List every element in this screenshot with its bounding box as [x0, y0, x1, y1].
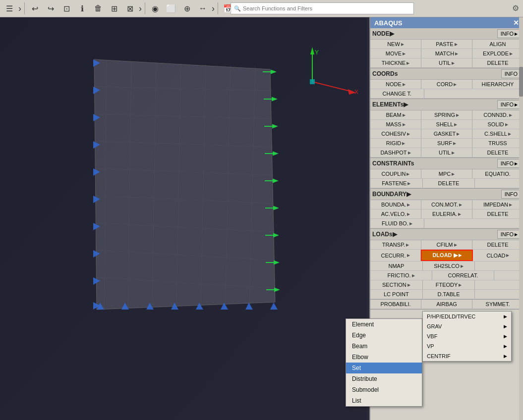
conn3d-button[interactable]: CONN3D. — [472, 110, 523, 119]
viewport[interactable]: Y X — [0, 17, 369, 420]
elements-row-2: MASS SHELL SOLID — [370, 120, 523, 129]
submenu-vp[interactable]: VP ▶ — [423, 341, 511, 351]
match-button[interactable]: MATCH — [421, 49, 472, 58]
geometry-canvas: Y X — [0, 17, 369, 420]
bounda-button[interactable]: BOUNDA. — [370, 200, 421, 209]
beam-button[interactable]: BEAM — [370, 110, 421, 119]
probabili-button[interactable]: PROBABILI. — [370, 300, 421, 309]
context-beam[interactable]: Beam — [346, 341, 422, 352]
new-button[interactable]: NEW — [370, 40, 421, 49]
context-element[interactable]: Element — [346, 319, 422, 330]
couplin-button[interactable]: COUPLIN — [370, 169, 421, 178]
context-distribute[interactable]: Distribute — [346, 373, 422, 384]
node-info-button[interactable]: INFO — [497, 29, 521, 38]
delete-bound-button[interactable]: DELETE — [472, 210, 523, 218]
delete-elem-button[interactable]: DELETE — [472, 148, 523, 157]
correlat-button[interactable]: CORRELAT. — [432, 271, 494, 280]
submenu-vbf[interactable]: VBF ▶ — [423, 331, 511, 341]
undo-icon[interactable]: ↩ — [28, 1, 42, 15]
util-elem-button[interactable]: UTIL — [421, 148, 472, 157]
cecurr-button[interactable]: CECURR. — [370, 250, 421, 261]
cfilm-button[interactable]: CFILM — [421, 240, 472, 249]
submenu-php[interactable]: P/HP/EDLD/TRVEC ▶ — [423, 312, 511, 321]
fteody-button[interactable]: FTEODY — [423, 280, 475, 289]
dload-button[interactable]: DLOAD ▶ — [421, 250, 473, 261]
close-button[interactable]: ✕ — [513, 19, 519, 27]
crop-icon[interactable]: ⊠ — [123, 1, 137, 15]
hierarchy-button[interactable]: HIERARCHY — [472, 80, 523, 89]
fastene-button[interactable]: FASTENE — [370, 179, 423, 188]
arrow-icon[interactable]: ↔ — [196, 1, 210, 15]
impedan-button[interactable]: IMPEDAN — [472, 200, 523, 209]
shell-button[interactable]: SHELL — [421, 120, 472, 129]
context-submodel[interactable]: Submodel — [346, 384, 422, 395]
arrow-right-icon: › — [18, 3, 21, 14]
search-bar[interactable]: 🔍 — [231, 2, 414, 14]
conmot-button[interactable]: CON.MOT. — [421, 200, 472, 209]
boundary-info-button[interactable]: INFO — [501, 190, 521, 199]
gasket-button[interactable]: GASKET — [421, 129, 472, 138]
fluidbo-button[interactable]: FLUID BO. — [370, 219, 424, 228]
solid-button[interactable]: SOLID — [472, 120, 523, 129]
lcpoint-button[interactable]: LC POINT — [370, 290, 423, 299]
node-coord-button[interactable]: NODE — [370, 80, 421, 89]
elements-info-button[interactable]: INFO — [497, 100, 521, 109]
settings-icon[interactable]: ⚙ — [512, 3, 519, 13]
nmap-button[interactable]: NMAP — [370, 262, 423, 270]
surf-button[interactable]: SURF — [421, 139, 472, 148]
constraints-row-2: FASTENE DELETE — [370, 179, 523, 188]
constraints-info-button[interactable]: INFO — [497, 159, 521, 168]
cord-button[interactable]: CORD — [421, 80, 472, 89]
util-node-button[interactable]: UTIL — [421, 58, 472, 67]
redo-icon[interactable]: ↪ — [44, 1, 58, 15]
symmet-button[interactable]: SYMMET. — [472, 300, 523, 309]
context-list[interactable]: List — [346, 395, 422, 406]
acvelo-button[interactable]: AC.VELO. — [370, 210, 421, 218]
context-set[interactable]: Set — [346, 363, 422, 373]
airbag-button[interactable]: AIRBAG — [421, 300, 472, 309]
fit-icon[interactable]: ⊡ — [59, 1, 73, 15]
context-elbow[interactable]: Elbow — [346, 352, 422, 363]
spring-button[interactable]: SPRING — [421, 110, 472, 119]
change-t-button[interactable]: CHANGE T. — [370, 89, 424, 98]
thickne-button[interactable]: THICKNE — [370, 58, 421, 67]
elements-row-5: DASHPOT UTIL DELETE — [370, 148, 523, 158]
equatio-button[interactable]: EQUATIO. — [472, 169, 523, 178]
truss-button[interactable]: TRUSS — [472, 139, 523, 148]
loads-info-button[interactable]: INFO — [497, 230, 521, 239]
frictio-button[interactable]: FRICTIO. — [370, 271, 432, 280]
mass-button[interactable]: MASS — [370, 120, 421, 129]
circle-icon[interactable]: ◉ — [148, 1, 162, 15]
paste-button[interactable]: PASTE — [421, 40, 472, 49]
delete-icon[interactable]: 🗑 — [91, 1, 105, 15]
grid-icon[interactable]: ⊞ — [107, 1, 121, 15]
delete-const-button[interactable]: DELETE — [423, 179, 475, 188]
menu-icon[interactable]: ☰ — [2, 1, 16, 15]
search-input[interactable] — [243, 5, 410, 11]
cshell-button[interactable]: C.SHELL — [472, 129, 523, 138]
context-edge[interactable]: Edge — [346, 330, 422, 341]
move-button[interactable]: MOVE — [370, 49, 421, 58]
nodes-icon[interactable]: ⊕ — [180, 1, 194, 15]
dtable-button[interactable]: D.TABLE — [423, 290, 475, 299]
euleria-button[interactable]: EULERIA. — [421, 210, 472, 218]
loads-header: LOADs▶ — [372, 231, 397, 238]
submenu-grav[interactable]: GRAV ▶ — [423, 321, 511, 331]
square-icon[interactable]: ⬜ — [164, 1, 178, 15]
mpc-button[interactable]: MPC — [421, 169, 472, 178]
delete-node-button[interactable]: DELETE — [472, 58, 523, 67]
dashpot-button[interactable]: DASHPOT — [370, 148, 421, 157]
loads-row-2: CECURR. DLOAD ▶ CLOAD — [370, 250, 523, 262]
transp-button[interactable]: TRANSP. — [370, 240, 421, 249]
cload-button[interactable]: CLOAD — [473, 250, 523, 261]
cohesiv-button[interactable]: COHESIV — [370, 129, 421, 138]
coords-info-button[interactable]: INFO — [501, 69, 521, 78]
info-icon[interactable]: ℹ — [75, 1, 89, 15]
sh2slco-button[interactable]: SH2SLCO — [423, 262, 475, 270]
explode-button[interactable]: EXPLODE — [472, 49, 523, 58]
delete-loads-button[interactable]: DELETE — [472, 240, 523, 249]
submenu-centrif[interactable]: CENTRIF ▶ — [423, 351, 511, 361]
rigid-button[interactable]: RIGID — [370, 139, 421, 148]
align-button[interactable]: ALIGN — [472, 40, 523, 49]
section-button[interactable]: SECTION — [370, 280, 423, 289]
